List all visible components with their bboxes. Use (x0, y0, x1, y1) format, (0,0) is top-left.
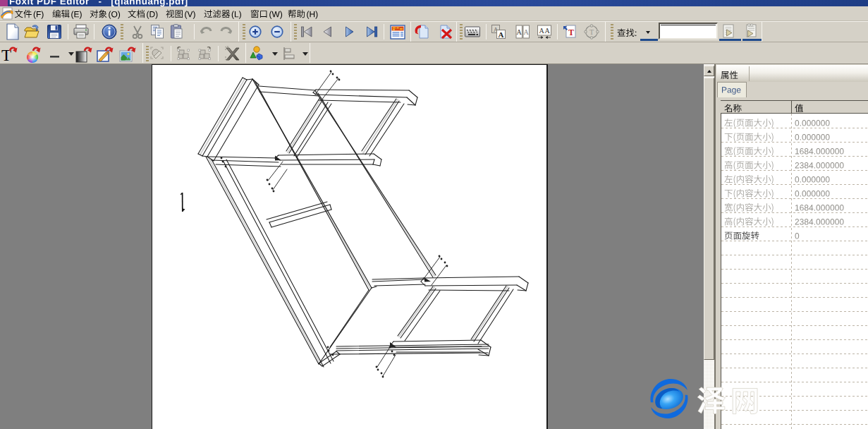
svg-text:A: A (499, 30, 504, 39)
svg-text:A: A (524, 28, 530, 36)
svg-text:A: A (517, 28, 522, 36)
svg-text:T: T (589, 28, 594, 36)
svg-text:A: A (544, 27, 550, 35)
svg-text:A: A (539, 27, 544, 35)
svg-text:T: T (568, 28, 574, 37)
